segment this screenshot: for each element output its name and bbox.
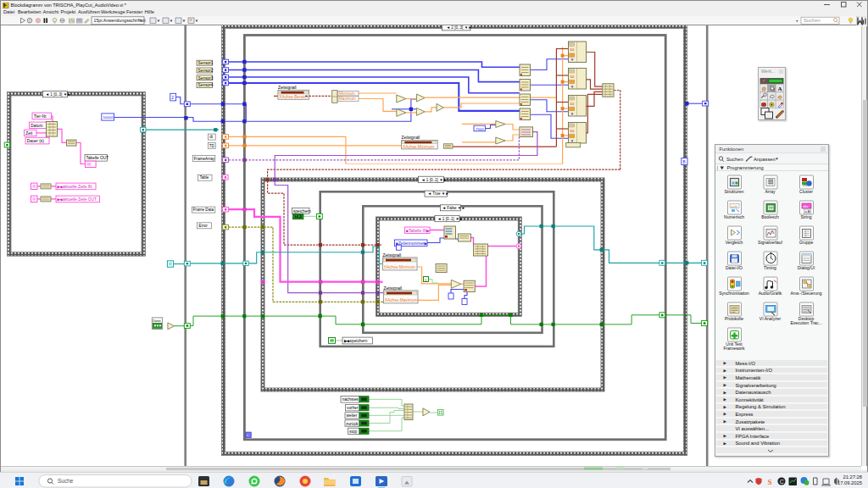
- svg-text:▶■aktuelle Zeile IN: ▶■aktuelle Zeile IN: [58, 184, 93, 188]
- svg-text:Zeitsignall: Zeitsignall: [402, 136, 420, 140]
- svg-text:123: 123: [730, 204, 737, 208]
- svg-text:zurück: zurück: [346, 421, 359, 425]
- svg-text:Suche: Suche: [58, 478, 74, 484]
- svg-text:Datum: Datum: [31, 123, 42, 127]
- svg-text:C: C: [780, 478, 784, 484]
- svg-text:abc: abc: [803, 204, 809, 208]
- svg-text:▼: ▼: [570, 58, 574, 62]
- svg-text:XAchse.Bereich: XAchse.Bereich: [279, 95, 308, 99]
- svg-text:▼: ▼: [570, 84, 574, 88]
- svg-text:Zeit: Zeit: [25, 130, 33, 135]
- svg-text:▼: ▼: [570, 111, 574, 115]
- svg-text:XAchse.Minimum: XAchse.Minimum: [384, 265, 415, 269]
- svg-text:Zeitsignall: Zeitsignall: [384, 286, 403, 290]
- svg-text:Suchen: Suchen: [726, 157, 743, 162]
- svg-text:a A: a A: [804, 209, 810, 214]
- svg-text:XAchse.Maximum: XAchse.Maximum: [385, 298, 418, 302]
- svg-text:Table: Table: [199, 175, 209, 180]
- svg-text:10: 10: [570, 47, 574, 52]
- svg-text:◄ True ▼►: ◄ True ▼►: [428, 191, 449, 196]
- svg-text:Frame Data: Frame Data: [193, 208, 214, 212]
- svg-text:T F: T F: [296, 215, 301, 219]
- svg-text:vorher: vorher: [347, 406, 359, 410]
- svg-text:10: 10: [570, 128, 574, 132]
- svg-text:Sensor2: Sensor2: [198, 68, 214, 72]
- svg-text:◄ 2 [0..3] ▼►: ◄ 2 [0..3] ▼►: [447, 25, 472, 30]
- svg-text:Zeitsignall: Zeitsignall: [278, 86, 297, 90]
- svg-text:10: 10: [570, 74, 574, 78]
- svg-text:◄ 1 [0..3] ▼►: ◄ 1 [0..3] ▼►: [46, 92, 71, 96]
- svg-text:7500: 7500: [476, 126, 484, 130]
- svg-text:Tier-Nr.: Tier-Nr.: [34, 114, 47, 118]
- svg-text:XAchse.Minimum: XAchse.Minimum: [403, 144, 434, 148]
- svg-text:▶■speichern: ▶■speichern: [344, 338, 368, 342]
- svg-text:◄ 1 [0..1] ▼►: ◄ 1 [0..1] ▼►: [437, 216, 463, 220]
- svg-text:Anpassen: Anpassen: [754, 157, 776, 162]
- svg-text:TD: TD: [209, 143, 215, 147]
- svg-text:2: 2: [171, 95, 174, 99]
- svg-text:Suchen: Suchen: [804, 18, 821, 23]
- svg-text:i: i: [247, 433, 248, 437]
- svg-text:Sensor1: Sensor1: [198, 61, 214, 65]
- svg-text:10: 10: [570, 101, 574, 105]
- svg-text:weiter: weiter: [347, 413, 358, 418]
- svg-text:Maximum: Maximum: [339, 97, 356, 101]
- svg-text:A: A: [778, 86, 782, 92]
- svg-text:S: S: [768, 477, 772, 485]
- svg-text:50000: 50000: [103, 115, 114, 119]
- svg-text:▶■aktuelle Zeile OUT: ▶■aktuelle Zeile OUT: [58, 197, 97, 201]
- svg-text:FrameArray: FrameArray: [194, 156, 215, 160]
- svg-text:Sensor3: Sensor3: [198, 75, 214, 80]
- svg-text:nächstes: nächstes: [342, 397, 359, 402]
- svg-text:Dauer (s): Dauer (s): [27, 139, 44, 143]
- svg-text:Zeitsignall: Zeitsignall: [383, 252, 402, 257]
- svg-text:B: B: [683, 159, 686, 164]
- svg-text:Minimum: Minimum: [339, 91, 355, 95]
- svg-text:◄ 1 [0..1] ▼►: ◄ 1 [0..1] ▼►: [421, 177, 447, 181]
- svg-text:▼: ▼: [570, 138, 574, 142]
- svg-text:Tabelle OUT: Tabelle OUT: [86, 156, 109, 160]
- svg-text:Datei: Datei: [153, 318, 160, 322]
- svg-text:15pt Anwendungsschriftart: 15pt Anwendungsschriftart: [94, 17, 147, 22]
- svg-text:TF: TF: [768, 206, 773, 210]
- svg-text:stop: stop: [349, 429, 357, 433]
- svg-text:Sensor4: Sensor4: [198, 83, 214, 87]
- svg-text:◄ False ▼►: ◄ False ▼►: [442, 206, 465, 210]
- svg-text:■Tabelle IN▶: ■Tabelle IN▶: [406, 228, 430, 232]
- svg-text:Error: Error: [199, 224, 209, 228]
- svg-text:speichern: speichern: [293, 208, 311, 213]
